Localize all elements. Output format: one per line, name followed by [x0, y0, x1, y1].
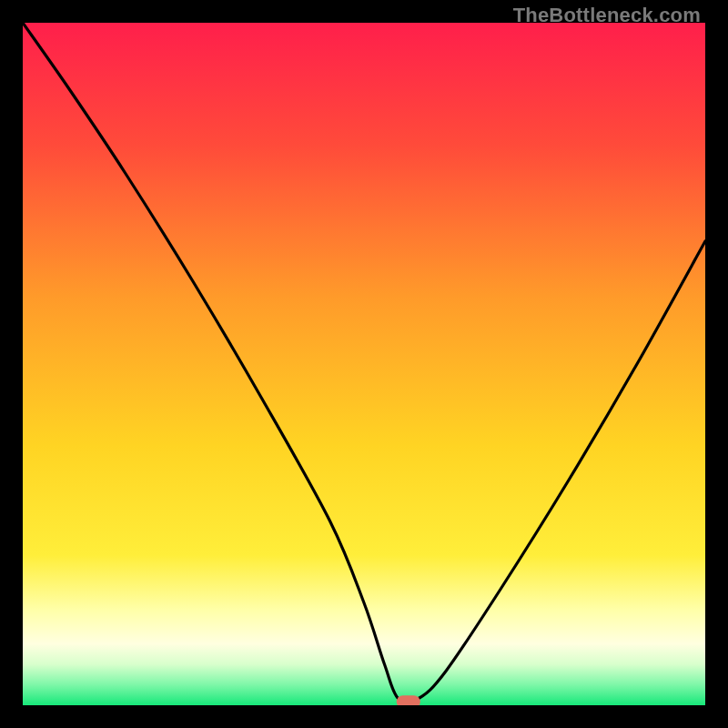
watermark-text: TheBottleneck.com	[513, 4, 701, 27]
plot-area	[23, 23, 705, 705]
bottleneck-curve	[23, 23, 705, 705]
chart-frame: TheBottleneck.com	[0, 0, 728, 728]
min-marker	[397, 695, 420, 705]
